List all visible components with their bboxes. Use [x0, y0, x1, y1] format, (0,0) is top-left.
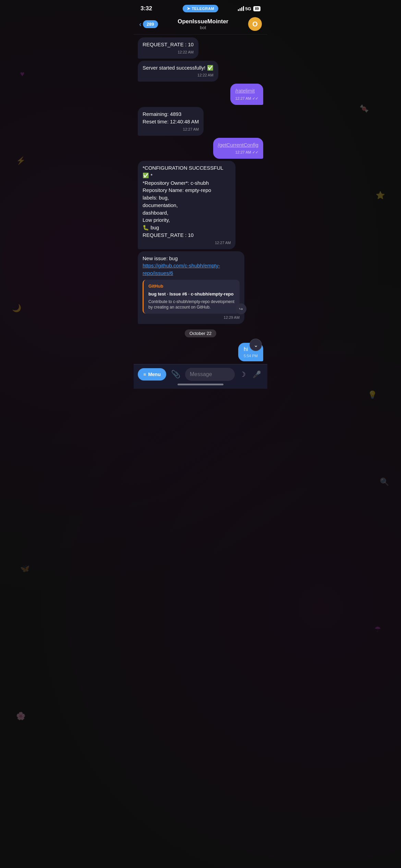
message-time: 12:29 AM — [143, 315, 240, 321]
mic-icon: 🎤 — [253, 371, 261, 378]
preview-description: Contribute to c-shubh/empty-repo develop… — [148, 299, 236, 311]
message-row: /getCurrentConfig 12:27 AM ✓✓ — [138, 138, 263, 159]
chevron-down-icon: ⌄ — [254, 342, 258, 348]
message-input-wrap[interactable]: Message — [185, 368, 235, 381]
message-row: New issue: bug https://github.com/c-shub… — [138, 251, 263, 324]
paperclip-icon: 📎 — [171, 370, 180, 378]
scroll-down-button[interactable]: ⌄ — [250, 339, 262, 351]
battery-badge: 89 — [253, 6, 260, 11]
message-text: /getCurrentConfig — [218, 142, 258, 148]
chat-header: ‹ 289 OpenIssueMointer bot O — [134, 15, 267, 35]
back-chevron-icon: ‹ — [139, 20, 142, 28]
message-time: 12:27 AM — [143, 127, 199, 132]
message-time: 12:27 AM — [143, 240, 231, 246]
message-row: hi 5:54 PM — [138, 343, 263, 361]
message-row: /ratelimit 12:27 AM ✓✓ — [138, 84, 263, 105]
message-text: Server started successfully! ✅ — [143, 64, 214, 72]
moon-button[interactable]: ☽ — [238, 368, 248, 381]
message-row: Server started successfully! ✅ 12:22 AM — [138, 61, 263, 82]
forward-button[interactable]: ↪ — [235, 303, 246, 314]
message-bubble: /ratelimit 12:27 AM ✓✓ — [230, 84, 263, 105]
home-indicator — [178, 384, 223, 385]
menu-button[interactable]: ≡ Menu — [138, 368, 166, 381]
message-text: New issue: bug https://github.com/c-shub… — [143, 255, 240, 277]
date-separator: October 22 — [138, 329, 263, 337]
menu-label: Menu — [148, 372, 161, 377]
avatar[interactable]: O — [248, 17, 262, 31]
moon-icon: ☽ — [240, 371, 246, 378]
date-label: October 22 — [185, 329, 216, 337]
message-text: /ratelimit — [235, 88, 255, 94]
bottom-bar: ≡ Menu 📎 Message ☽ 🎤 — [134, 364, 267, 389]
message-row: Remaining: 4893Reset time: 12:40:48 AM 1… — [138, 107, 263, 135]
chat-subtitle: bot — [178, 25, 228, 30]
signal-bar-1 — [238, 9, 239, 11]
signal-bar-4 — [243, 6, 244, 11]
message-time: 12:22 AM — [143, 73, 214, 78]
menu-lines-icon: ≡ — [143, 372, 146, 377]
message-time: 12:22 AM — [143, 50, 194, 55]
issue-link[interactable]: https://github.com/c-shubh/empty-repo/is… — [143, 263, 220, 276]
network-type: 5G — [245, 6, 251, 11]
back-count-badge[interactable]: 289 — [143, 20, 158, 28]
message-input[interactable]: Message — [190, 371, 212, 377]
message-bubble: Remaining: 4893Reset time: 12:40:48 AM 1… — [138, 107, 204, 135]
status-right: 5G 89 — [238, 6, 260, 11]
message-time: 5:54 PM — [244, 354, 258, 358]
messages-area: REQUEST_RATE : 10 12:22 AM Server starte… — [134, 35, 267, 364]
link-preview-card[interactable]: GitHub bug test · Issue #6 · c-shubh/emp… — [143, 280, 240, 314]
message-text: REQUEST_RATE : 10 — [143, 41, 194, 48]
message-row: *CONFIGURATION SUCCESSFUL ✅ * *Repositor… — [138, 161, 263, 249]
telegram-icon: ➤ — [187, 6, 191, 11]
message-bubble: *CONFIGURATION SUCCESSFUL ✅ * *Repositor… — [138, 161, 235, 249]
header-title-block: OpenIssueMointer bot — [178, 18, 228, 30]
telegram-indicator: ➤ TELEGRAM — [183, 5, 218, 12]
signal-bar-2 — [240, 8, 241, 11]
signal-bars — [238, 6, 244, 11]
chat-name: OpenIssueMointer — [178, 18, 228, 25]
signal-bar-3 — [241, 7, 242, 11]
message-bubble: New issue: bug https://github.com/c-shub… — [138, 251, 244, 324]
message-time: 12:27 AM ✓✓ — [218, 150, 258, 155]
message-row: REQUEST_RATE : 10 12:22 AM — [138, 37, 263, 59]
message-text: *CONFIGURATION SUCCESSFUL ✅ * *Repositor… — [143, 164, 231, 239]
message-text: Remaining: 4893Reset time: 12:40:48 AM — [143, 110, 199, 125]
message-bubble: REQUEST_RATE : 10 12:22 AM — [138, 37, 198, 59]
message-bubble: Server started successfully! ✅ 12:22 AM — [138, 61, 218, 82]
status-bar: 3:32 ➤ TELEGRAM 5G 89 — [134, 0, 267, 15]
mic-button[interactable]: 🎤 — [251, 368, 263, 381]
back-button[interactable]: ‹ 289 — [139, 20, 158, 28]
message-text: hi — [244, 346, 248, 352]
status-time: 3:32 — [141, 5, 152, 12]
attach-button[interactable]: 📎 — [169, 368, 182, 381]
preview-source: GitHub — [148, 283, 236, 290]
message-time: 12:27 AM ✓✓ — [235, 96, 258, 101]
preview-title: bug test · Issue #6 · c-shubh/empty-repo — [148, 291, 236, 298]
message-bubble: /getCurrentConfig 12:27 AM ✓✓ — [213, 138, 263, 159]
telegram-label: TELEGRAM — [192, 7, 214, 11]
